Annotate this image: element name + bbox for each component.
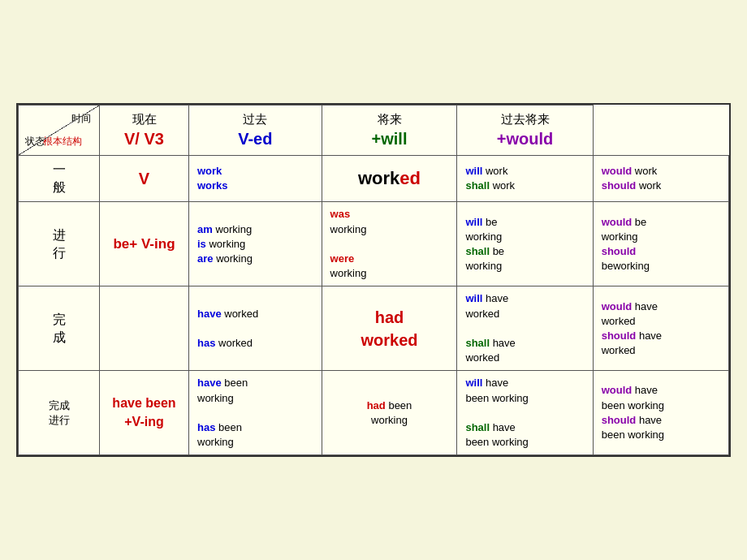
cell-progressive-past: wasworking wereworking [322, 202, 457, 286]
state-label: 状态 [25, 135, 45, 149]
row-simple: 一般 V work works worked will work shall w… [19, 155, 729, 202]
struct-progressive: be+ V-ing [100, 202, 189, 286]
cell-perfprog-present: have beenworking has beenworking [189, 371, 322, 455]
cell-simple-future: will work shall work [457, 155, 593, 202]
col-header-past-future: 过去将来 +would [457, 105, 593, 155]
col-header-future: 将来 +will [322, 105, 457, 155]
cell-perfect-past: hadworked [322, 286, 457, 371]
state-simple: 一般 [19, 155, 100, 202]
struct-perfect-progressive: have been+V-ing [100, 371, 189, 455]
cell-perfprog-past: had beenworking [322, 371, 457, 455]
state-perfect-progressive: 完成进行 [19, 371, 100, 455]
row-perfect-progressive: 完成进行 have been+V-ing have beenworking ha… [19, 371, 729, 455]
cell-perfect-past-future: would haveworked should haveworked [593, 286, 728, 371]
row-perfect: 完成 have worked has worked hadworked will… [19, 286, 729, 371]
cell-perfect-future: will haveworked shall haveworked [457, 286, 593, 371]
corner-cell: 时间 状态 根本结构 [19, 105, 100, 155]
struct-perfect [100, 286, 189, 371]
col-header-present: 现在 V/ V3 [100, 105, 189, 155]
cell-progressive-present: am working is working are working [189, 202, 322, 286]
col-header-past: 过去 V-ed [189, 105, 322, 155]
cell-simple-present: work works [189, 155, 322, 202]
row-progressive: 进行 be+ V-ing am working is working are w… [19, 202, 729, 286]
struct-simple: V [100, 155, 189, 202]
cell-perfprog-past-future: would havebeen working should havebeen w… [593, 371, 728, 455]
cell-perfprog-future: will havebeen working shall havebeen wor… [457, 371, 593, 455]
cell-simple-past: worked [322, 155, 457, 202]
cell-perfect-present: have worked has worked [189, 286, 322, 371]
cell-progressive-future: will beworking shall beworking [457, 202, 593, 286]
cell-simple-past-future: would work should work [593, 155, 728, 202]
cell-progressive-past-future: would beworking shouldbeworking [593, 202, 728, 286]
table-header-row: 时间 状态 根本结构 现在 V/ V3 过去 V-ed 将来 +will 过去将… [19, 105, 729, 155]
state-progressive: 进行 [19, 202, 100, 286]
state-perfect: 完成 [19, 286, 100, 371]
time-label: 时间 [71, 112, 91, 126]
struct-label: 根本结构 [43, 135, 82, 149]
grammar-table: 时间 状态 根本结构 现在 V/ V3 过去 V-ed 将来 +will 过去将… [16, 103, 731, 458]
